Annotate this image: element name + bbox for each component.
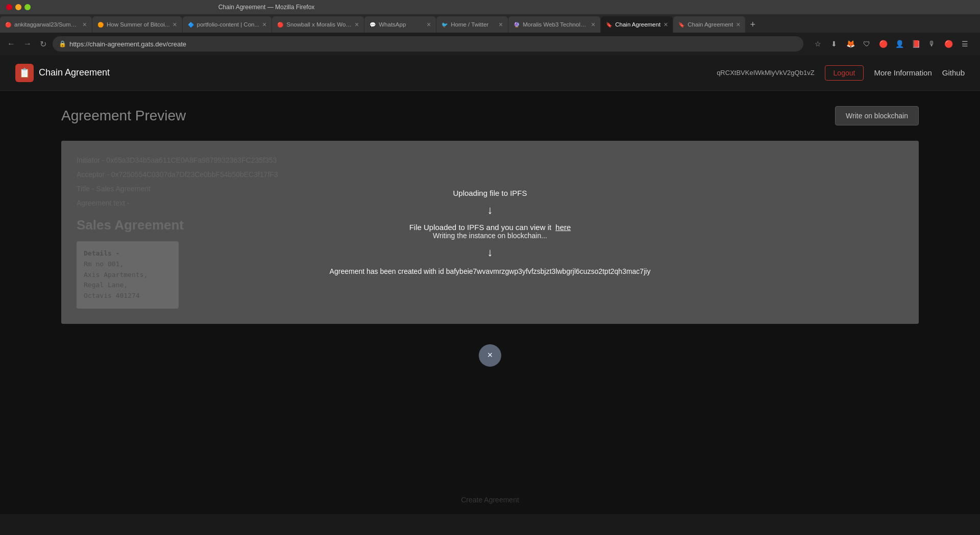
tab9-favicon: 🔖 — [678, 22, 684, 28]
tab1-favicon: 🔴 — [5, 22, 11, 28]
tab7-label: Moralis Web3 Technolo... — [523, 21, 588, 28]
logout-button[interactable]: Logout — [825, 65, 864, 81]
tab2-favicon: 🟠 — [97, 22, 104, 28]
tab-7[interactable]: 🔮 Moralis Web3 Technolo... × — [508, 16, 600, 33]
overlay-close-button[interactable]: × — [479, 344, 501, 367]
tab-4[interactable]: 🔴 Snowball x Moralis Wor... × — [272, 16, 364, 33]
addon4-icon[interactable]: 👤 — [892, 37, 906, 51]
step2-line1: File Uploaded to IPFS and you can view i… — [409, 223, 551, 232]
address-bar: ← → ↻ 🔒 https://chain-agreement.gats.dev… — [0, 33, 980, 55]
tab-3[interactable]: 🔷 portfolio-content | Con... × — [183, 16, 272, 33]
arrow1-icon: ↓ — [487, 203, 493, 217]
title-bar: × Chain Agreement — Mozilla Firefox — [0, 0, 980, 14]
window-minimize[interactable] — [15, 4, 21, 10]
tab8-close[interactable]: × — [664, 21, 668, 28]
back-button[interactable]: ← — [5, 37, 17, 50]
progress-overlay: Uploading file to IPFS ↓ File Uploaded t… — [61, 141, 919, 324]
pocket-icon[interactable]: ⬇ — [827, 37, 841, 51]
address-text: https://chain-agreement.gats.dev/create — [69, 40, 186, 48]
lock-icon: 🔒 — [59, 40, 66, 47]
tab2-close[interactable]: × — [173, 21, 177, 28]
addon1-icon[interactable]: 🦊 — [843, 37, 857, 51]
tab3-favicon: 🔷 — [188, 22, 194, 28]
new-tab-button[interactable]: + — [746, 19, 760, 30]
tab5-favicon: 💬 — [370, 22, 376, 28]
window-controls: × — [6, 4, 31, 10]
tab8-label: Chain Agreement — [615, 21, 660, 28]
browser-chrome: × Chain Agreement — Mozilla Firefox 🔴 an… — [0, 0, 980, 55]
tab4-label: Snowball x Moralis Wor... — [286, 21, 352, 28]
nav-address: qRCXtBVKeIWkMlyVkV2gQb1vZ — [717, 69, 814, 77]
toolbar-icons: ☆ ⬇ 🦊 🛡 🔴 👤 📕 🎙 🔴 ☰ — [807, 37, 975, 51]
tab6-label: Home / Twitter — [451, 21, 496, 28]
window-close[interactable]: × — [6, 4, 12, 10]
tab5-label: WhatsApp — [379, 21, 424, 28]
agreement-box: Initiator - 0x65a3D34b5aa611CE0A8Fa98799… — [61, 141, 919, 324]
tab-6[interactable]: 🐦 Home / Twitter × — [436, 16, 508, 33]
addon3-icon[interactable]: 🔴 — [876, 37, 890, 51]
tab8-favicon: 🔖 — [606, 22, 612, 28]
main-content: Agreement Preview Write on blockchain In… — [0, 91, 980, 339]
tab4-close[interactable]: × — [355, 21, 359, 28]
tab6-close[interactable]: × — [499, 21, 503, 28]
window-maximize[interactable] — [24, 4, 31, 10]
write-blockchain-button[interactable]: Write on blockchain — [835, 106, 919, 125]
addon6-icon[interactable]: 🎙 — [925, 37, 939, 51]
tab3-label: portfolio-content | Con... — [197, 21, 260, 28]
window-title: Chain Agreement — Mozilla Firefox — [31, 4, 502, 11]
menu-icon[interactable]: ☰ — [958, 37, 972, 51]
tab6-favicon: 🐦 — [442, 22, 448, 28]
page-header: Agreement Preview Write on blockchain — [61, 106, 919, 125]
tabs-bar: 🔴 ankitaggarwal23/Summ... × 🟠 How Summer… — [0, 14, 980, 33]
page-title: Agreement Preview — [61, 108, 186, 124]
step1-text: Uploading file to IPFS — [453, 189, 527, 197]
tab7-close[interactable]: × — [591, 21, 595, 28]
bookmarks-icon[interactable]: ☆ — [811, 37, 825, 51]
tab4-favicon: 🔴 — [277, 22, 283, 28]
arrow2-icon: ↓ — [487, 246, 493, 259]
tab9-close[interactable]: × — [736, 21, 740, 28]
step2-text: File Uploaded to IPFS and you can view i… — [409, 223, 571, 232]
more-info-link[interactable]: More Information — [874, 68, 932, 77]
logo-text: Chain Agreement — [39, 67, 110, 78]
logo-icon — [15, 64, 34, 82]
close-area: × — [0, 339, 980, 370]
addon5-icon[interactable]: 📕 — [909, 37, 923, 51]
page-content: Chain Agreement qRCXtBVKeIWkMlyVkV2gQb1v… — [0, 55, 980, 514]
bottom-ghost-text: Create Agreement — [461, 496, 519, 504]
tab2-label: How Summer of Bitcoi... — [107, 21, 169, 28]
address-field[interactable]: 🔒 https://chain-agreement.gats.dev/creat… — [53, 36, 803, 52]
tab-8[interactable]: 🔖 Chain Agreement × — [601, 16, 673, 33]
navbar-right: qRCXtBVKeIWkMlyVkV2gQb1vZ Logout More In… — [717, 65, 965, 81]
github-link[interactable]: Github — [942, 68, 965, 77]
navbar-logo: Chain Agreement — [15, 64, 110, 82]
refresh-button[interactable]: ↻ — [38, 37, 48, 51]
tab-1[interactable]: 🔴 ankitaggarwal23/Summ... × — [0, 16, 92, 33]
forward-button[interactable]: → — [21, 37, 34, 50]
step3-text: Agreement has been created with id bafyb… — [330, 267, 651, 275]
tab5-close[interactable]: × — [427, 21, 431, 28]
tab-9[interactable]: 🔖 Chain Agreement × — [673, 16, 745, 33]
navbar: Chain Agreement qRCXtBVKeIWkMlyVkV2gQb1v… — [0, 55, 980, 91]
tab9-label: Chain Agreement — [688, 21, 733, 28]
tab1-close[interactable]: × — [83, 21, 87, 28]
step2-line2: Writing the instance on blockchain... — [433, 232, 547, 240]
bottom-ghost-area: Create Agreement — [0, 370, 980, 400]
ipfs-link[interactable]: here — [555, 223, 571, 232]
tab1-label: ankitaggarwal23/Summ... — [14, 21, 80, 28]
addon7-icon[interactable]: 🔴 — [941, 37, 955, 51]
tab-5[interactable]: 💬 WhatsApp × — [364, 16, 436, 33]
tab-2[interactable]: 🟠 How Summer of Bitcoi... × — [92, 16, 182, 33]
addon2-icon[interactable]: 🛡 — [860, 37, 874, 51]
tab7-favicon: 🔮 — [513, 22, 520, 28]
tab3-close[interactable]: × — [262, 21, 266, 28]
